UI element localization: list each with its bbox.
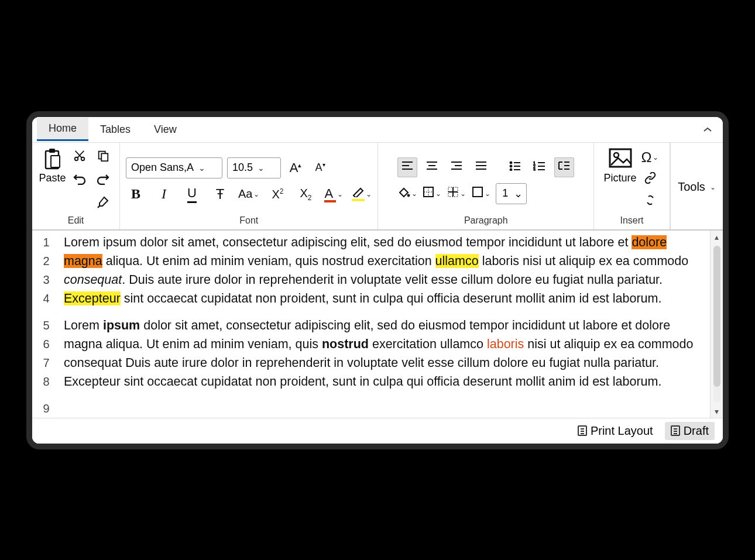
superscript-button[interactable]: X2 [267,184,287,204]
chevron-down-icon: ⌄ [514,187,523,200]
chevron-down-icon: ⌄ [460,190,466,198]
link-icon [644,172,657,187]
format-painter-button[interactable] [93,194,113,214]
svg-rect-1 [49,149,55,153]
tab-home[interactable]: Home [37,118,88,141]
multilevel-list-button[interactable] [554,157,574,177]
align-right-icon [450,160,463,174]
shrink-font-button[interactable]: A▾ [310,158,330,178]
group-label-font: Font [239,214,258,227]
tab-tables[interactable]: Tables [88,119,142,140]
italic-text: consequat [64,273,122,287]
bullet-list-icon [509,160,521,174]
grow-font-icon: A▴ [290,160,302,176]
tab-view[interactable]: View [142,119,188,140]
paragraph: Lorem ipsum dolor sit amet, consectetur … [64,316,699,391]
draft-label: Draft [684,424,709,438]
document-editor[interactable]: Lorem ipsum dolor sit amet, consectetur … [60,231,710,418]
bold-button[interactable]: B [126,184,146,204]
document-icon [671,425,680,436]
svg-point-8 [510,165,512,167]
change-case-button[interactable]: Aa⌄ [238,184,259,204]
view-draft-button[interactable]: Draft [665,422,715,440]
line-spacing-combo[interactable]: 1 ⌄ [496,183,527,204]
align-left-button[interactable] [397,157,417,177]
group-label-paragraph: Paragraph [464,214,508,227]
group-font: Open Sans,A ⌄ 10.5 ⌄ A▴ A▾ B [120,143,378,229]
line-number: 9 [32,399,60,418]
borders-inside-button[interactable]: ⌄ [447,184,466,204]
undo-button[interactable] [70,171,90,191]
chevron-down-icon: ⌄ [485,190,490,198]
align-right-button[interactable] [447,157,466,177]
highlight-button[interactable]: ⌄ [352,184,372,204]
chevron-down-icon: ⌄ [411,190,417,198]
insert-picture-button[interactable]: Picture [603,147,636,184]
tools-menu[interactable]: Tools ⌄ [678,180,716,194]
borders-box-button[interactable]: ⌄ [471,184,491,204]
insert-link-button[interactable] [640,170,660,190]
chevron-down-icon: ⌄ [435,190,441,198]
svg-rect-17 [610,149,631,167]
line-number: 5 [32,316,60,335]
app-window: Home Tables View Paste [26,111,729,449]
font-family-value: Open Sans,A [131,162,194,174]
borders-outside-button[interactable]: ⌄ [422,184,442,204]
align-center-icon [425,160,438,174]
scroll-up-icon[interactable]: ▴ [715,231,719,243]
print-layout-label: Print Layout [591,424,653,438]
svg-rect-2 [51,156,60,167]
paste-button[interactable]: Paste [39,147,66,184]
svg-point-7 [510,162,512,164]
align-center-button[interactable] [422,157,442,177]
svg-point-13 [407,194,410,197]
scroll-down-icon[interactable]: ▾ [715,405,719,418]
insert-symbol-button[interactable]: Ω⌄ [640,147,660,167]
align-justify-icon [475,160,488,174]
copy-button[interactable] [93,147,113,167]
strikethrough-icon: Ŧ [216,186,225,202]
highlight-icon [352,187,365,201]
numbered-list-button[interactable]: 123 [530,157,550,177]
align-justify-button[interactable] [471,157,491,177]
border-icon [423,186,434,201]
paragraph: Lorem ipsum dolor sit amet, consectetur … [64,233,699,308]
paintbrush-icon [96,195,110,212]
subscript-icon: X2 [300,187,311,202]
bullet-list-button[interactable] [505,157,525,177]
line-gutter: 1 2 3 4 5 6 7 8 9 [32,231,60,418]
cut-button[interactable] [70,147,90,167]
subscript-button[interactable]: X2 [296,184,315,204]
font-family-combo[interactable]: Open Sans,A ⌄ [126,157,222,178]
line-number: 2 [32,252,60,270]
group-label-edit: Edit [68,214,84,227]
font-size-value: 10.5 [232,162,253,174]
group-tools: Tools ⌄ [670,143,723,229]
redo-icon [96,173,110,188]
colored-text: laboris [487,337,524,351]
scrollbar-track[interactable] [713,246,720,403]
shading-button[interactable]: ⌄ [397,184,417,204]
bold-text: nostrud [322,337,369,351]
collapse-ribbon-icon[interactable] [703,123,712,136]
scrollbar-thumb[interactable] [713,246,720,387]
highlighted-text: ullamco [435,254,479,268]
font-size-combo[interactable]: 10.5 ⌄ [227,157,281,178]
grow-font-button[interactable]: A▴ [286,158,306,178]
vertical-scrollbar[interactable]: ▴ ▾ [710,231,723,418]
font-color-button[interactable]: A ⌄ [324,184,344,204]
italic-button[interactable]: I [154,184,174,204]
redo-button[interactable] [93,171,113,191]
unlink-button[interactable] [640,192,660,212]
chevron-down-icon: ⌄ [653,153,658,162]
strikethrough-button[interactable]: Ŧ [210,184,230,204]
view-print-layout-button[interactable]: Print Layout [572,422,659,440]
line-number: 7 [32,353,60,372]
underline-icon: U [187,185,197,203]
group-edit: Paste [32,143,120,229]
svg-point-9 [510,169,512,171]
line-number: 4 [32,289,60,308]
line-number: 1 [32,233,60,252]
underline-button[interactable]: U [182,184,202,204]
highlighted-text: Excepteur [64,291,121,305]
